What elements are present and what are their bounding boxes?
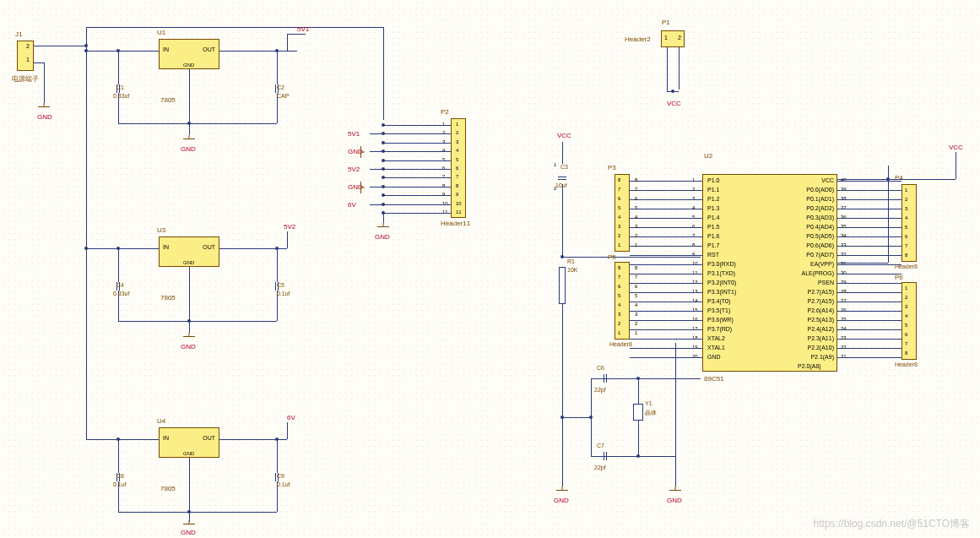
- ref-c4: C4: [116, 282, 124, 288]
- pin-num: 22: [841, 345, 847, 350]
- ref-c2: C2: [277, 84, 284, 90]
- wire: [837, 357, 901, 358]
- junction: [382, 141, 385, 144]
- pin: 3: [905, 304, 907, 309]
- junction: [187, 510, 191, 514]
- pin-num: 17: [692, 326, 698, 331]
- pin: 9: [456, 192, 458, 197]
- ref-c8: C8: [116, 473, 124, 479]
- gnd-icon: [183, 135, 195, 144]
- wire: [277, 248, 278, 282]
- ref-c1: C1: [116, 84, 124, 90]
- ref-p5: P5: [608, 253, 616, 261]
- gnd-icon: [38, 103, 50, 111]
- pin-num: 5: [692, 215, 695, 220]
- net-gnd: GND: [181, 529, 196, 536]
- wire: [837, 255, 901, 256]
- pin: 4: [905, 313, 907, 318]
- wire: [630, 283, 702, 284]
- gnd-icon: [377, 223, 389, 231]
- wire: [383, 125, 451, 126]
- pin-num: 28: [841, 289, 847, 294]
- ref-p6: P6: [895, 274, 903, 281]
- pin-name: P2.7(A15): [807, 298, 834, 304]
- pin-outer: 8: [635, 177, 637, 182]
- ref-p3: P3: [608, 164, 616, 171]
- net: 5V1: [348, 130, 360, 138]
- part-u4: 7805: [160, 485, 176, 492]
- wire: [630, 329, 702, 330]
- pin-num: 15: [692, 307, 698, 312]
- pin: 10: [456, 201, 462, 206]
- wire: [837, 348, 901, 349]
- pin-num: 16: [692, 317, 698, 322]
- pin-outer: 3: [635, 312, 637, 317]
- net-gnd: GND: [667, 497, 682, 504]
- pin: 7: [905, 243, 907, 248]
- val-c4: 0.33uf: [113, 291, 129, 296]
- net-gnd: GND: [181, 343, 196, 351]
- pin-outer: 4: [635, 215, 637, 220]
- pin-name: EA(VPP): [810, 261, 834, 267]
- pin-num: 29: [841, 280, 847, 285]
- pin-name: P2.5(A13): [807, 317, 834, 323]
- ref-u2: U2: [704, 152, 712, 160]
- pin-num: 1: [692, 177, 695, 182]
- pin-name: P3.2(INT0): [707, 280, 736, 285]
- pin: 2: [618, 233, 620, 238]
- wire: [189, 123, 190, 135]
- pin-num: 33: [841, 242, 847, 247]
- pin: 1: [905, 285, 907, 291]
- wire: [630, 320, 702, 321]
- pin-num: 6: [692, 224, 695, 229]
- pin-name: P0.5(AD5): [806, 233, 834, 239]
- connector-j1: 2 1: [17, 41, 34, 71]
- wire: [383, 213, 451, 214]
- wire: [837, 263, 888, 264]
- header-p3: [615, 174, 630, 252]
- pin-name: P3.0(RXD): [707, 261, 736, 267]
- pin-num: 9: [692, 252, 695, 257]
- pin-name: P0.6(AD6): [806, 242, 834, 248]
- wire: [86, 27, 383, 28]
- wire: [675, 343, 676, 486]
- header-p5: [615, 262, 630, 340]
- pin-num: 32: [841, 252, 847, 257]
- pin-num: 31: [841, 261, 847, 266]
- pin: 8: [905, 351, 907, 356]
- val-c2: CAP: [277, 93, 289, 99]
- ref-u3: U3: [157, 226, 165, 234]
- wire: [277, 439, 287, 440]
- junction: [84, 247, 88, 250]
- wire-net: [287, 34, 306, 35]
- pin: 7: [618, 187, 620, 192]
- type-p2: Header11: [441, 220, 470, 227]
- wire: [630, 218, 702, 219]
- wire: [383, 211, 384, 223]
- pin-num: 14: [692, 298, 698, 303]
- regulator-u1: INOUT GND: [159, 39, 219, 69]
- pin-num: 10: [692, 261, 698, 266]
- wire: [630, 181, 702, 182]
- pin-num: 21: [841, 354, 847, 359]
- junction: [84, 44, 88, 47]
- pin-name: P3.6(WR): [707, 317, 734, 323]
- pin: 6: [618, 196, 620, 201]
- watermark: https://blog.csdn.net/@51CTO博客: [814, 517, 970, 531]
- wire: [118, 321, 277, 322]
- pin-outer: 7: [635, 274, 637, 280]
- wire: [383, 143, 451, 144]
- wire: [630, 274, 702, 274]
- wire: [837, 236, 901, 237]
- wire: [562, 417, 591, 418]
- pin-num: 12: [692, 280, 698, 285]
- pin-num: 40: [841, 177, 847, 182]
- pin-num: 13: [692, 289, 698, 294]
- pin-name: P0.2(AD2): [806, 205, 834, 211]
- junction: [382, 159, 385, 162]
- pin-name: P2.7(A15): [807, 289, 834, 295]
- pin: 5: [618, 205, 620, 210]
- pin: 2: [905, 295, 907, 300]
- regulator-u3: INOUT GND: [159, 236, 219, 267]
- val-c1: 0.33uf: [113, 93, 129, 99]
